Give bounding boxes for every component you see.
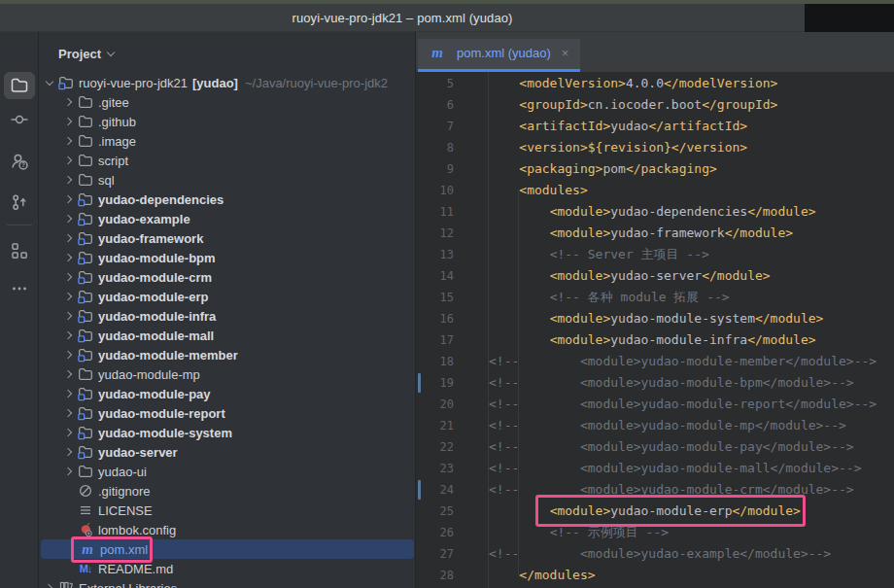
code-text: <!-- <module>yudao-module-crm</module>--… xyxy=(489,479,854,501)
chevron-right-icon[interactable] xyxy=(60,345,78,364)
line-number: 18 xyxy=(416,351,454,372)
code-line-22[interactable]: 22<!-- <module>yudao-module-pay</module>… xyxy=(416,436,894,458)
editor-tab-pom-xml[interactable]: m pom.xml (yudao) × xyxy=(418,39,580,72)
code-line-7[interactable]: 7 <artifactId>yudao</artifactId> xyxy=(416,116,894,137)
tree-item-yudao-module-mp[interactable]: yudao-module-mp xyxy=(39,364,416,384)
modules-button[interactable] xyxy=(4,237,35,264)
chevron-right-icon[interactable] xyxy=(60,190,78,209)
project-tool-window-header[interactable]: Project xyxy=(39,42,114,65)
chevron-down-icon[interactable] xyxy=(41,73,58,92)
line-number: 16 xyxy=(416,308,454,329)
tree-item-label: yudao-ui xyxy=(98,465,147,479)
code-line-12[interactable]: 12 <module>yudao-framework</module> xyxy=(416,223,894,244)
tree-item-yudao-module-mall[interactable]: yudao-module-mall xyxy=(39,326,416,345)
chevron-right-icon[interactable] xyxy=(60,112,78,131)
tree-item-lombok-config[interactable]: lombok.config xyxy=(39,520,416,539)
code-line-25[interactable]: 25 <module>yudao-module-erp</module> xyxy=(416,501,894,522)
folder-icon xyxy=(78,94,93,110)
chevron-right-icon[interactable] xyxy=(60,151,78,170)
tree-item-yudao-server[interactable]: yudao-server xyxy=(39,442,416,462)
code-line-27[interactable]: 27<!-- <module>yudao-example</module>--> xyxy=(416,543,894,565)
tree-item-gitignore[interactable]: .gitignore xyxy=(39,481,416,501)
project-folder-button[interactable] xyxy=(4,72,35,99)
chevron-right-icon[interactable] xyxy=(60,209,78,228)
tree-item-github[interactable]: .github xyxy=(39,112,416,131)
chevron-right-icon[interactable] xyxy=(60,442,78,462)
tree-item-yudao-framework[interactable]: yudao-framework xyxy=(39,228,416,248)
tree-item-yudao-module-erp[interactable]: yudao-module-erp xyxy=(39,287,416,306)
commit-button[interactable] xyxy=(4,106,35,133)
code-text: <module>yudao-server</module> xyxy=(489,265,771,287)
chevron-right-icon[interactable] xyxy=(60,384,78,403)
tree-item-gitee[interactable]: .gitee xyxy=(39,92,416,112)
chevron-right-icon[interactable] xyxy=(60,423,78,442)
code-line-21[interactable]: 21<!-- <module>yudao-module-mp</module>-… xyxy=(416,415,894,436)
tree-item-image[interactable]: .image xyxy=(39,131,416,151)
tree-item-yudao-module-infra[interactable]: yudao-module-infra xyxy=(39,306,416,326)
code-line-17[interactable]: 17 <module>yudao-module-infra</module> xyxy=(416,329,894,351)
chevron-right-icon[interactable] xyxy=(60,248,78,267)
chevron-right-icon[interactable] xyxy=(60,92,78,112)
chevron-right-icon[interactable] xyxy=(41,578,58,588)
incoming-outgoing-button[interactable] xyxy=(4,189,35,216)
tree-item-external-libraries[interactable]: External Libraries xyxy=(39,578,416,588)
code-line-6[interactable]: 6 <groupId>cn.iocoder.boot</groupId> xyxy=(416,94,894,116)
tree-item-yudao-module-report[interactable]: yudao-module-report xyxy=(39,403,416,423)
chevron-right-icon[interactable] xyxy=(60,326,78,345)
tree-item-ruoyi-vue-pro-jdk21[interactable]: ruoyi-vue-pro-jdk21[yudao]~/Java/ruoyi-v… xyxy=(39,73,416,92)
code-line-11[interactable]: 11 <module>yudao-dependencies</module> xyxy=(416,201,894,223)
code-line-15[interactable]: 15 <!-- 各种 module 拓展 --> xyxy=(416,287,894,308)
chevron-right-icon[interactable] xyxy=(60,170,78,190)
chevron-right-icon[interactable] xyxy=(60,462,78,481)
tree-item-label: External Libraries xyxy=(79,581,177,588)
tree-item-readme-md[interactable]: M↓README.md xyxy=(39,559,416,578)
code-line-19[interactable]: 19<!-- <module>yudao-module-bpm</module>… xyxy=(416,372,894,394)
line-number: 22 xyxy=(416,436,454,458)
line-number: 15 xyxy=(416,287,454,308)
code-editor[interactable]: 5 <modelVersion>4.0.0</modelVersion>6 <g… xyxy=(416,72,894,588)
line-number: 9 xyxy=(416,158,454,180)
chevron-right-icon[interactable] xyxy=(60,403,78,423)
code-line-28[interactable]: 28 </modules> xyxy=(416,565,894,586)
tree-item-yudao-module-crm[interactable]: yudao-module-crm xyxy=(39,267,416,287)
tree-item-license[interactable]: LICENSE xyxy=(39,501,416,520)
code-line-24[interactable]: 24<!-- <module>yudao-module-crm</module>… xyxy=(416,479,894,501)
code-line-26[interactable]: 26 <!-- 示例项目 --> xyxy=(416,522,894,543)
tree-item-yudao-dependencies[interactable]: yudao-dependencies xyxy=(39,190,416,209)
code-line-20[interactable]: 20<!-- <module>yudao-module-report</modu… xyxy=(416,394,894,415)
tree-item-yudao-module-system[interactable]: yudao-module-system xyxy=(39,423,416,442)
code-text: <version>${revision}</version> xyxy=(489,137,747,158)
close-icon[interactable]: × xyxy=(562,46,569,60)
editor-tab-bar: m pom.xml (yudao) × xyxy=(416,32,894,72)
chevron-right-icon[interactable] xyxy=(60,131,78,151)
code-line-14[interactable]: 14 <module>yudao-server</module> xyxy=(416,265,894,287)
chevron-right-icon[interactable] xyxy=(60,228,78,248)
code-text: </modules> xyxy=(489,565,596,586)
chevron-right-icon[interactable] xyxy=(60,306,78,326)
more-button[interactable] xyxy=(4,275,35,302)
code-line-13[interactable]: 13 <!-- Server 主项目 --> xyxy=(416,244,894,265)
module-folder-icon xyxy=(78,425,93,440)
chevron-right-icon[interactable] xyxy=(60,267,78,287)
code-line-8[interactable]: 8 <version>${revision}</version> xyxy=(416,137,894,158)
code-line-10[interactable]: 10 <modules> xyxy=(416,180,894,201)
code-line-23[interactable]: 23<!-- <module>yudao-module-mall</module… xyxy=(416,458,894,479)
chevron-right-icon[interactable] xyxy=(60,287,78,306)
tree-item-label: yudao-module-infra xyxy=(98,309,216,324)
code-line-16[interactable]: 16 <module>yudao-module-system</module> xyxy=(416,308,894,329)
line-number: 17 xyxy=(416,329,454,351)
tree-item-yudao-example[interactable]: yudao-example xyxy=(39,209,416,228)
tree-item-pom-xml[interactable]: mpom.xml xyxy=(41,539,414,559)
tree-item-script[interactable]: script xyxy=(39,151,416,170)
tree-item-label: LICENSE xyxy=(98,503,153,518)
tree-item-yudao-module-bpm[interactable]: yudao-module-bpm xyxy=(39,248,416,267)
tree-item-yudao-module-member[interactable]: yudao-module-member xyxy=(39,345,416,364)
code-line-18[interactable]: 18<!-- <module>yudao-module-member</modu… xyxy=(416,351,894,372)
users-question-button[interactable]: ? xyxy=(4,148,35,175)
tree-item-yudao-ui[interactable]: yudao-ui xyxy=(39,462,416,481)
code-line-5[interactable]: 5 <modelVersion>4.0.0</modelVersion> xyxy=(416,73,894,94)
tree-item-yudao-module-pay[interactable]: yudao-module-pay xyxy=(39,384,416,403)
tree-item-sql[interactable]: sql xyxy=(39,170,416,190)
chevron-right-icon[interactable] xyxy=(60,364,78,384)
code-line-9[interactable]: 9 <packaging>pom</packaging> xyxy=(416,158,894,180)
